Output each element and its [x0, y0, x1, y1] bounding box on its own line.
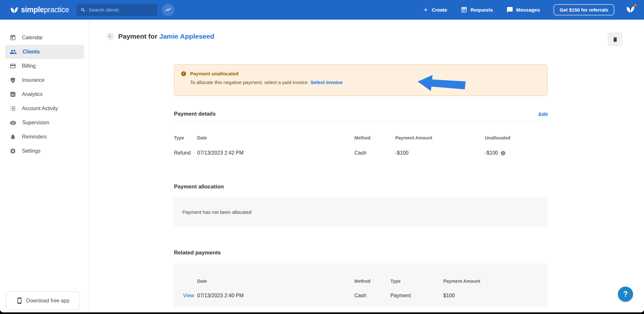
create-button[interactable]: Create: [423, 7, 447, 13]
analytics-trend-button[interactable]: [162, 4, 174, 16]
brand-name-regular: practice: [44, 5, 69, 14]
sidebar-item-label: Billing: [22, 63, 36, 69]
page-title: Payment for Jamie Appleseed: [118, 33, 214, 40]
related-payments-table: Date Method Type Payment Amount View 07/…: [174, 263, 548, 307]
annotation-arrow-icon: [417, 72, 466, 95]
trend-line-icon: [165, 7, 171, 13]
banner-body-text: To allocate this negative payment, selec…: [190, 80, 309, 85]
sidebar-item-settings[interactable]: Settings: [0, 144, 89, 158]
sidebar-item-label: Clients: [23, 49, 40, 55]
back-button[interactable]: [106, 33, 114, 40]
payment-details-column-headers: Type Date Method Payment Amount Unalloca…: [174, 135, 548, 140]
referral-label: Get $150 for referrals: [554, 5, 614, 15]
col-unallocated: Unallocated: [485, 135, 548, 140]
notification-dot: [634, 4, 637, 7]
col-type: Type: [174, 135, 197, 140]
banner-title: Payment unallocated: [190, 70, 343, 77]
related-payment-row: View 07/13/2023 2:40 PM Cash Payment $10…: [174, 293, 548, 299]
help-question-mark: ?: [623, 290, 628, 299]
brand-name-bold: simple: [21, 5, 44, 14]
bell-icon: [10, 134, 16, 140]
messages-label: Messages: [516, 7, 540, 13]
sidebar-item-reminders[interactable]: Reminders: [0, 130, 89, 144]
select-invoice-link[interactable]: Select invoice: [311, 80, 343, 85]
allocation-empty-text: Payment has not been allocated: [182, 209, 251, 215]
sidebar-item-label: Supervision: [22, 120, 49, 126]
eye-icon: [10, 119, 16, 126]
calendar-icon: [10, 34, 16, 41]
value-payment-amount: $100: [443, 293, 548, 299]
divider: [174, 121, 548, 122]
col-payment-amount: Payment Amount: [395, 135, 485, 140]
edit-link[interactable]: Edit: [539, 111, 548, 117]
banner-text-block: Payment unallocated To allocate this neg…: [190, 70, 343, 90]
chat-bubble-icon: [506, 6, 513, 13]
butterfly-icon: [625, 5, 635, 14]
sidebar-item-calendar[interactable]: Calendar: [0, 31, 89, 45]
credit-card-icon: [10, 63, 16, 69]
value-unallocated-wrap: -$100: [485, 150, 548, 156]
sidebar-item-label: Settings: [22, 148, 41, 154]
trash-icon: [612, 36, 618, 43]
sidebar-item-label: Insurance: [22, 77, 44, 83]
sidebar: Calendar Clients Billing Insurance Analy…: [0, 20, 90, 312]
account-butterfly-button[interactable]: [625, 5, 635, 15]
value-type: Payment: [390, 293, 443, 299]
info-icon[interactable]: [500, 150, 506, 156]
sidebar-item-clients[interactable]: Clients: [5, 45, 84, 59]
gear-icon: [10, 148, 16, 154]
col-method: Method: [354, 135, 395, 140]
payment-details-header: Payment details Edit: [174, 111, 548, 117]
sidebar-item-label: Analytics: [22, 91, 43, 97]
sidebar-item-account-activity[interactable]: Account Activity: [0, 101, 89, 116]
sidebar-item-label: Calendar: [22, 35, 43, 41]
page-title-prefix: Payment for: [118, 33, 157, 40]
value-unallocated: -$100: [485, 150, 498, 156]
sidebar-item-label: Account Activity: [22, 106, 58, 111]
view-payment-link[interactable]: View: [183, 293, 194, 298]
payment-unallocated-banner: Payment unallocated To allocate this neg…: [174, 64, 548, 96]
col-type: Type: [390, 279, 443, 284]
brand-logo[interactable]: simplepractice: [10, 5, 69, 14]
shield-check-icon: [10, 77, 16, 83]
delete-payment-button[interactable]: [608, 32, 622, 46]
requests-button[interactable]: Requests: [461, 6, 493, 13]
requests-label: Requests: [470, 7, 493, 13]
smartphone-icon: [16, 297, 23, 304]
client-name-link[interactable]: Jamie Appleseed: [159, 33, 214, 40]
sidebar-item-label: Reminders: [22, 134, 47, 140]
sidebar-item-analytics[interactable]: Analytics: [0, 87, 89, 101]
main-area: Payment for Jamie Appleseed Payment unal…: [90, 20, 644, 312]
messages-button[interactable]: Messages: [506, 6, 540, 13]
payment-content: Payment unallocated To allocate this neg…: [174, 64, 548, 307]
bar-chart-icon: [10, 91, 16, 98]
search-input[interactable]: [89, 7, 153, 13]
payment-details-heading: Payment details: [174, 111, 216, 117]
sidebar-item-insurance[interactable]: Insurance: [0, 73, 89, 87]
value-method: Cash: [354, 293, 390, 299]
value-date: 07/13/2023 2:40 PM: [197, 293, 354, 299]
sidebar-item-billing[interactable]: Billing: [0, 59, 89, 73]
help-button[interactable]: ?: [618, 287, 633, 302]
clients-icon: [10, 48, 17, 55]
col-payment-amount: Payment Amount: [443, 279, 548, 284]
brand-name: simplepractice: [21, 5, 69, 14]
butterfly-logo-icon: [10, 6, 18, 14]
list-icon: [10, 105, 16, 112]
value-type: Refund: [174, 150, 197, 156]
app-window: simplepractice Create Requests: [0, 0, 644, 312]
banner-body: To allocate this negative payment, selec…: [190, 79, 343, 86]
requests-calendar-icon: [461, 6, 467, 13]
value-method: Cash: [354, 150, 395, 156]
plus-icon: [423, 7, 429, 13]
value-date: 07/13/2023 2:42 PM: [197, 150, 354, 156]
search-icon: [81, 7, 86, 13]
download-app-button[interactable]: Download free app: [6, 291, 80, 310]
arrow-left-icon: [108, 34, 112, 39]
referral-button[interactable]: Get $150 for referrals: [553, 4, 614, 15]
top-navbar: simplepractice Create Requests: [0, 0, 644, 20]
client-search[interactable]: [77, 4, 157, 16]
value-payment-amount: -$100: [395, 150, 485, 156]
sidebar-item-supervision[interactable]: Supervision: [0, 116, 89, 130]
related-payments-heading: Related payments: [174, 250, 548, 256]
